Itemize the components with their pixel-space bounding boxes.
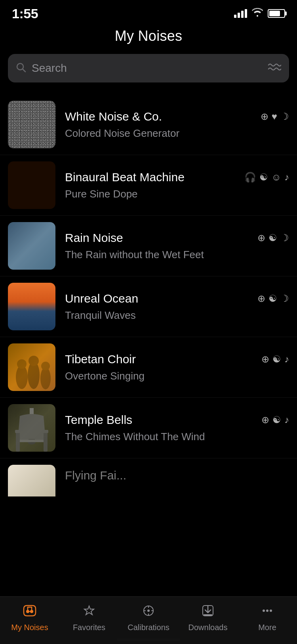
status-time: 1:55 bbox=[12, 6, 38, 21]
svg-rect-12 bbox=[16, 432, 20, 452]
globe-icon: ⊕ bbox=[261, 111, 268, 122]
svg-point-5 bbox=[29, 356, 39, 366]
noise-name: Temple Bells bbox=[65, 413, 132, 427]
tab-calibrations[interactable]: Calibrations bbox=[125, 604, 172, 632]
noise-action-icons: ⊕ ☯ ♪ bbox=[261, 354, 289, 365]
noise-subtitle: Colored Noise Generator bbox=[65, 127, 179, 139]
svg-point-3 bbox=[17, 359, 27, 369]
noise-name: Rain Noise bbox=[65, 231, 123, 245]
noise-name: White Noise & Co. bbox=[65, 110, 162, 123]
noise-action-icons: ⊕ ♥ ☽ bbox=[261, 111, 289, 122]
tab-more[interactable]: More bbox=[244, 604, 291, 632]
my-noises-icon bbox=[22, 604, 37, 621]
globe-icon: ⊕ bbox=[261, 354, 269, 365]
svg-point-22 bbox=[147, 610, 150, 612]
svg-point-25 bbox=[263, 610, 265, 612]
noise-item-temple-bells[interactable]: Temple Bells ⊕ ☯ ♪ The Chimes Without Th… bbox=[0, 398, 297, 458]
noise-item-rain[interactable]: Rain Noise ⊕ ☯ ☽ The Rain without the We… bbox=[0, 216, 297, 276]
noise-list: White Noise & Co. ⊕ ♥ ☽ Colored Noise Ge… bbox=[0, 94, 297, 503]
svg-point-6 bbox=[40, 367, 51, 389]
noise-info-binaural: Binaural Beat Machine 🎧 ☯ ☺ ♪ Pure Sine … bbox=[65, 171, 289, 200]
noise-action-icons: ⊕ ☯ ♪ bbox=[261, 414, 289, 426]
search-bar[interactable]: Search bbox=[8, 54, 289, 82]
search-container: Search bbox=[0, 54, 297, 94]
noise-action-icons: ⊕ ☯ ☽ bbox=[257, 293, 289, 304]
noise-info-white-noise: White Noise & Co. ⊕ ♥ ☽ Colored Noise Ge… bbox=[65, 110, 289, 140]
more-icon bbox=[261, 604, 274, 621]
noise-name-row: Temple Bells ⊕ ☯ ♪ bbox=[65, 413, 289, 427]
favorites-icon bbox=[82, 604, 96, 621]
moon-icon: ☽ bbox=[280, 232, 289, 243]
smiley-icon: ☺ bbox=[271, 172, 281, 183]
svg-rect-11 bbox=[18, 440, 46, 442]
tab-downloads[interactable]: Downloads bbox=[184, 604, 232, 632]
moon-icon: ☽ bbox=[280, 293, 289, 304]
noise-thumb-temple-bells bbox=[8, 404, 55, 452]
favorites-label: Favorites bbox=[73, 623, 105, 632]
globe-icon: ⊕ bbox=[257, 232, 265, 243]
noise-info-ocean: Unreal Ocean ⊕ ☯ ☽ Tranquil Waves bbox=[65, 292, 289, 322]
noise-item-partial[interactable]: Flying Fai... bbox=[0, 458, 297, 503]
yinyang-icon: ☯ bbox=[272, 354, 281, 365]
calibrations-label: Calibrations bbox=[128, 623, 169, 632]
noise-thumb-ocean bbox=[8, 283, 55, 330]
noise-name-row: Binaural Beat Machine 🎧 ☯ ☺ ♪ bbox=[65, 171, 289, 184]
battery-icon bbox=[268, 9, 285, 18]
noise-subtitle: The Rain without the Wet Feet bbox=[65, 249, 204, 261]
noise-thumb-binaural bbox=[8, 161, 55, 209]
noise-name: Tibetan Choir bbox=[65, 353, 136, 366]
music-note-icon: ♪ bbox=[284, 172, 289, 183]
search-placeholder[interactable]: Search bbox=[32, 62, 268, 75]
wifi-icon bbox=[252, 8, 263, 19]
tab-favorites[interactable]: Favorites bbox=[65, 604, 113, 632]
noise-thumb-partial bbox=[8, 465, 55, 496]
noise-thumb-tibetan bbox=[8, 343, 55, 391]
noise-name-row: Rain Noise ⊕ ☯ ☽ bbox=[65, 231, 289, 245]
noise-subtitle: Pure Sine Dope bbox=[65, 188, 138, 200]
svg-point-26 bbox=[266, 610, 268, 612]
page-header: My Noises bbox=[0, 24, 297, 54]
svg-rect-14 bbox=[15, 430, 48, 433]
my-noises-label: My Noises bbox=[11, 623, 48, 632]
noise-action-icons: ⊕ ☯ ☽ bbox=[257, 232, 289, 243]
yinyang-icon: ☯ bbox=[268, 293, 277, 304]
noise-name: Unreal Ocean bbox=[65, 292, 138, 305]
globe-icon: ⊕ bbox=[261, 414, 269, 426]
noise-item-ocean[interactable]: Unreal Ocean ⊕ ☯ ☽ Tranquil Waves bbox=[0, 276, 297, 337]
heart-icon: ♥ bbox=[272, 111, 277, 122]
downloads-icon bbox=[201, 604, 215, 621]
noise-subtitle: Tranquil Waves bbox=[65, 309, 136, 321]
noise-thumb-rain bbox=[8, 222, 55, 270]
music-note-icon: ♪ bbox=[284, 414, 289, 426]
yinyang-icon: ☯ bbox=[272, 414, 281, 426]
tab-bar: My Noises Favorites Calibrations bbox=[0, 596, 297, 644]
wave-filter-icon[interactable] bbox=[268, 62, 281, 75]
noise-thumb-white-noise bbox=[8, 101, 55, 148]
svg-point-7 bbox=[41, 362, 50, 370]
noise-name-row: White Noise & Co. ⊕ ♥ ☽ bbox=[65, 110, 289, 123]
music-note-icon: ♪ bbox=[284, 354, 289, 365]
noise-name: Binaural Beat Machine bbox=[65, 171, 185, 184]
yinyang-icon: ☯ bbox=[259, 172, 268, 183]
yinyang-icon: ☯ bbox=[268, 232, 277, 243]
noise-item-tibetan[interactable]: Tibetan Choir ⊕ ☯ ♪ Overtone Singing bbox=[0, 337, 297, 398]
noise-name-row: Tibetan Choir ⊕ ☯ ♪ bbox=[65, 353, 289, 366]
noise-name-row: Unreal Ocean ⊕ ☯ ☽ bbox=[65, 292, 289, 305]
more-label: More bbox=[258, 623, 276, 632]
moon-icon: ☽ bbox=[280, 111, 289, 122]
svg-rect-13 bbox=[44, 432, 48, 452]
signal-bars-icon bbox=[234, 9, 247, 18]
tab-my-noises[interactable]: My Noises bbox=[6, 604, 53, 632]
status-bar: 1:55 bbox=[0, 0, 297, 24]
noise-info-tibetan: Tibetan Choir ⊕ ☯ ♪ Overtone Singing bbox=[65, 353, 289, 382]
svg-line-1 bbox=[23, 69, 25, 72]
svg-point-27 bbox=[270, 610, 272, 612]
svg-rect-23 bbox=[204, 614, 212, 615]
partial-item-name: Flying Fai... bbox=[65, 469, 126, 482]
globe-icon: ⊕ bbox=[257, 293, 265, 304]
downloads-label: Downloads bbox=[188, 623, 228, 632]
calibrations-icon bbox=[142, 604, 155, 621]
status-icons bbox=[234, 8, 285, 19]
noise-item-white-noise[interactable]: White Noise & Co. ⊕ ♥ ☽ Colored Noise Ge… bbox=[0, 94, 297, 155]
noise-item-binaural[interactable]: Binaural Beat Machine 🎧 ☯ ☺ ♪ Pure Sine … bbox=[0, 155, 297, 216]
